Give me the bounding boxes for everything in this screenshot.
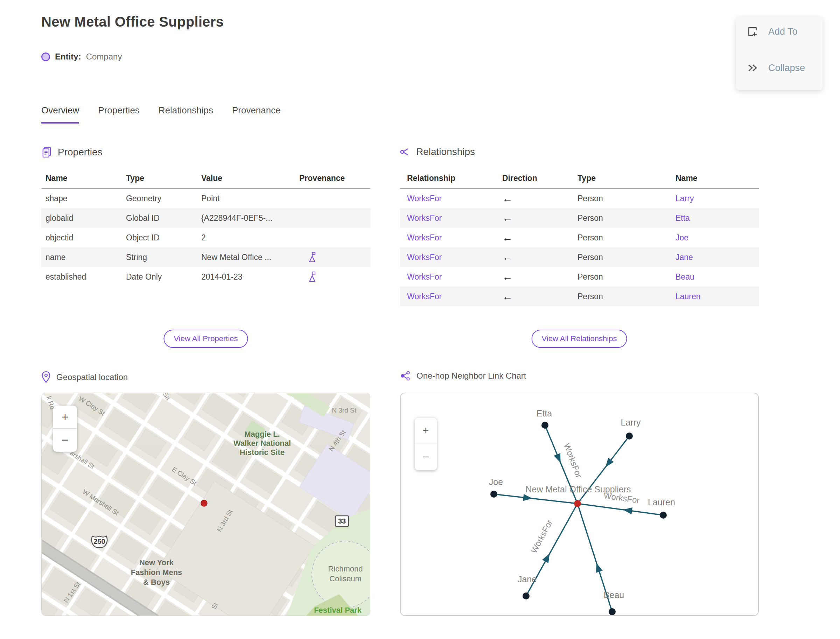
- col-header-direction: Direction: [502, 173, 578, 183]
- col-header-value: Value: [201, 173, 299, 183]
- view-all-relationships-button[interactable]: View All Relationships: [531, 330, 627, 348]
- direction-arrow: ←: [502, 232, 513, 243]
- relationship-type-cell: WorksFor: [407, 253, 502, 262]
- chart-center-node[interactable]: [574, 500, 581, 507]
- relationship-link[interactable]: WorksFor: [407, 272, 442, 281]
- geospatial-section-title: Geospatial location: [56, 372, 128, 382]
- chart-node-label: Etta: [536, 409, 552, 418]
- direction-arrow: ←: [502, 271, 513, 282]
- chart-edge-arrow: [623, 507, 632, 514]
- col-header-rel-type: Type: [578, 173, 676, 183]
- property-provenance-cell: [299, 251, 370, 263]
- chart-zoom-in-button[interactable]: +: [415, 418, 437, 444]
- map-zoom-in-button[interactable]: +: [53, 405, 77, 428]
- table-row: WorksFor←PersonLauren: [400, 287, 759, 306]
- col-header-provenance: Provenance: [299, 173, 370, 183]
- relationships-table-header: Relationship Direction Type Name: [400, 168, 759, 189]
- direction-arrow: ←: [502, 291, 513, 302]
- map-poi-label: Walker National: [234, 439, 291, 448]
- property-name-cell: established: [46, 272, 126, 282]
- map-pin-icon: [41, 371, 51, 383]
- direction-cell: ←: [502, 291, 578, 302]
- entity-name-cell: Larry: [676, 194, 759, 203]
- map-poi-label: Fashion Mens: [131, 568, 182, 577]
- map-location-marker: [201, 500, 207, 506]
- chart-zoom-out-button[interactable]: −: [415, 444, 437, 470]
- relationship-link[interactable]: WorksFor: [407, 213, 442, 223]
- table-row: WorksFor←PersonJane: [400, 247, 759, 267]
- chart-edge-label: WorksFor: [529, 518, 554, 555]
- property-provenance-cell: [299, 271, 370, 283]
- map-zoom-control: + −: [53, 405, 77, 452]
- page-title: New Metal Office Suppliers: [41, 14, 224, 30]
- direction-cell: ←: [502, 232, 578, 243]
- entity-name-link[interactable]: Beau: [676, 272, 694, 281]
- entity-name-cell: Etta: [676, 213, 759, 223]
- property-type-cell: String: [126, 253, 201, 262]
- entity-name-link[interactable]: Etta: [676, 213, 690, 223]
- relationship-link[interactable]: WorksFor: [407, 292, 442, 301]
- entity-name-link[interactable]: Jane: [676, 253, 693, 262]
- map-route-shield: 250: [92, 536, 107, 548]
- chart-node[interactable]: [523, 593, 530, 599]
- tab-overview[interactable]: Overview: [41, 105, 79, 124]
- relationship-type-cell: WorksFor: [407, 272, 502, 282]
- chart-node[interactable]: [541, 422, 549, 429]
- property-value-cell: {A228944F-0EF5-...: [201, 213, 299, 223]
- add-to-button[interactable]: Add To: [746, 25, 798, 37]
- table-row: objectidObject ID2: [41, 228, 370, 247]
- table-row: WorksFor←PersonJoe: [400, 228, 759, 247]
- table-row: WorksFor←PersonEtta: [400, 208, 759, 228]
- property-value-cell: 2: [201, 233, 299, 243]
- entity-name-link[interactable]: Joe: [676, 233, 689, 242]
- chart-node[interactable]: [626, 432, 633, 440]
- collapse-button[interactable]: Collapse: [746, 62, 805, 74]
- property-type-cell: Global ID: [126, 213, 201, 223]
- chart-edge: [494, 494, 578, 504]
- property-value-cell: Point: [201, 194, 299, 203]
- chart-node[interactable]: [660, 512, 667, 519]
- entity-row: Entity: Company: [41, 52, 122, 62]
- svg-text:33: 33: [338, 517, 346, 525]
- relationship-link[interactable]: WorksFor: [407, 194, 442, 203]
- entity-type-icon: [41, 52, 50, 61]
- relationship-link[interactable]: WorksFor: [407, 253, 442, 262]
- tab-relationships[interactable]: Relationships: [159, 105, 213, 124]
- map-route-shield: 33: [335, 516, 348, 526]
- map-street-label: N 3rd St: [332, 407, 356, 414]
- map-canvas[interactable]: k RdW Clay StSaarshall StW Marshall StE …: [41, 393, 370, 616]
- entity-name-link[interactable]: Lauren: [676, 292, 701, 301]
- chart-node[interactable]: [609, 608, 616, 615]
- entity-type-cell: Person: [578, 194, 676, 203]
- table-row: shapeGeometryPoint: [41, 189, 370, 208]
- map-poi-label: Coliseum: [329, 574, 361, 583]
- entity-name-link[interactable]: Larry: [676, 194, 694, 203]
- provenance-flag-icon[interactable]: [307, 251, 317, 263]
- map-poi-label: New York: [139, 558, 174, 567]
- link-chart-icon: [400, 371, 411, 381]
- table-row: WorksFor←PersonLarry: [400, 189, 759, 208]
- tab-properties[interactable]: Properties: [98, 105, 140, 124]
- tab-bar: Overview Properties Relationships Proven…: [41, 105, 281, 124]
- provenance-flag-icon[interactable]: [307, 271, 317, 283]
- map-zoom-out-button[interactable]: −: [53, 428, 77, 451]
- table-row: globalidGlobal ID{A228944F-0EF5-...: [41, 208, 370, 228]
- direction-cell: ←: [502, 251, 578, 263]
- properties-table: Name Type Value Provenance shapeGeometry…: [41, 168, 370, 287]
- view-all-properties-button[interactable]: View All Properties: [164, 330, 248, 348]
- chart-node[interactable]: [490, 491, 497, 498]
- property-value-cell: 2014-01-23: [201, 272, 299, 282]
- table-row: nameStringNew Metal Office ...: [41, 247, 370, 267]
- relationships-section-header: Relationships: [400, 146, 475, 157]
- table-row: WorksFor←PersonBeau: [400, 267, 759, 287]
- relationship-link[interactable]: WorksFor: [407, 233, 442, 242]
- link-chart-section-header: One-hop Neighbor Link Chart: [400, 371, 527, 381]
- link-chart-canvas[interactable]: WorksForWorksForWorksForNew Metal Office…: [400, 393, 759, 616]
- tab-provenance[interactable]: Provenance: [232, 105, 281, 124]
- relationships-table-body: WorksFor←PersonLarryWorksFor←PersonEttaW…: [400, 189, 759, 306]
- link-chart-section-title: One-hop Neighbor Link Chart: [417, 371, 527, 381]
- col-header-type: Type: [126, 173, 201, 183]
- add-to-icon: [746, 25, 759, 37]
- entity-name-cell: Joe: [676, 233, 759, 243]
- entity-type-value: Company: [86, 52, 122, 62]
